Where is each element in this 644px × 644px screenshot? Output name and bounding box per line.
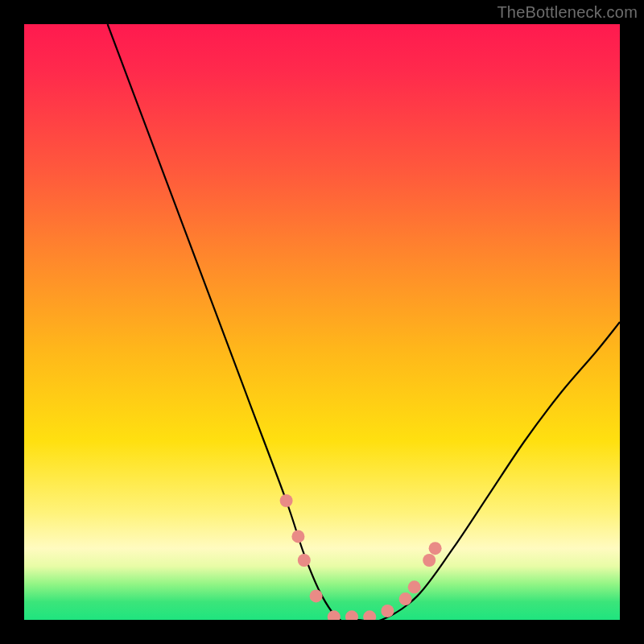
highlight-markers xyxy=(280,494,442,620)
highlight-dot xyxy=(423,554,436,567)
highlight-dot xyxy=(291,530,304,543)
chart-plot-area xyxy=(24,24,620,620)
highlight-dot xyxy=(429,542,442,555)
highlight-dot xyxy=(345,610,358,620)
highlight-dot xyxy=(399,592,412,605)
highlight-dot xyxy=(328,610,341,620)
highlight-dot xyxy=(280,494,293,507)
highlight-dot xyxy=(363,610,376,620)
highlight-dot xyxy=(408,580,421,593)
chart-frame: TheBottleneck.com xyxy=(0,0,644,644)
highlight-dot xyxy=(381,605,394,617)
highlight-dot xyxy=(298,554,311,567)
watermark-text: TheBottleneck.com xyxy=(497,3,638,22)
bottleneck-curve xyxy=(108,24,620,620)
chart-svg xyxy=(24,24,620,620)
highlight-dot xyxy=(310,589,323,602)
